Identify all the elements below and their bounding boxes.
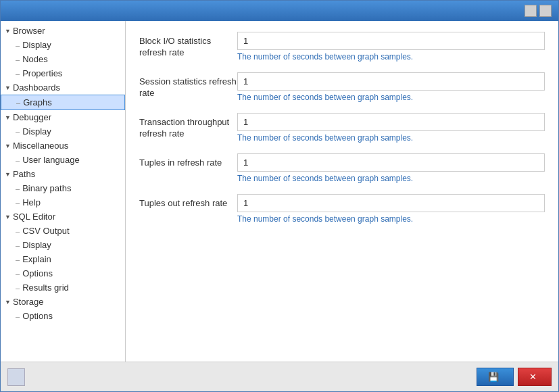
dash-icon: –	[16, 199, 20, 207]
input-transaction-throughput[interactable]	[237, 113, 545, 131]
sidebar-item-options1[interactable]: –Options	[1, 266, 125, 280]
sidebar-item-label: Browser	[13, 26, 45, 36]
triangle-icon: ▼	[5, 299, 11, 305]
sidebar-item-graphs[interactable]: –Graphs	[1, 95, 125, 110]
sidebar-item-resultsgrid[interactable]: –Results grid	[1, 280, 125, 295]
input-block-io[interactable]	[237, 32, 545, 50]
form-row-tuples-out: Tuples out refresh rateThe number of sec…	[139, 194, 545, 230]
dash-icon: –	[16, 312, 20, 320]
sidebar-item-label: Debugger	[13, 112, 51, 122]
titlebar-buttons	[525, 5, 552, 17]
sidebar-item-display1[interactable]: –Display	[1, 38, 125, 52]
main-panel: Block I/O statistics refresh rateThe num…	[126, 21, 558, 362]
hint-session-stats: The number of seconds between graph samp…	[237, 93, 545, 102]
sidebar-item-label: Display	[22, 126, 51, 137]
sidebar-item-paths[interactable]: ▼Paths	[1, 167, 125, 181]
ok-button[interactable]: 💾	[477, 368, 514, 386]
sidebar-item-label: User language	[22, 155, 80, 165]
form-row-transaction-throughput: Transaction throughput refresh rateThe n…	[139, 113, 545, 149]
form-field-tuples-in: The number of seconds between graph samp…	[237, 153, 545, 190]
triangle-icon: ▼	[5, 214, 11, 220]
form-field-block-io: The number of seconds between graph samp…	[237, 32, 545, 68]
sidebar-item-label: Options	[22, 311, 53, 321]
sidebar-item-explain[interactable]: –Explain	[1, 252, 125, 266]
sidebar-item-miscellaneous[interactable]: ▼Miscellaneous	[1, 139, 125, 153]
sidebar-item-binarypaths[interactable]: –Binary paths	[1, 181, 125, 195]
sidebar-item-label: Miscellaneous	[13, 141, 68, 151]
sidebar-item-properties[interactable]: –Properties	[1, 66, 125, 80]
input-tuples-in[interactable]	[237, 153, 545, 172]
hint-block-io: The number of seconds between graph samp…	[237, 52, 545, 62]
sidebar-item-nodes[interactable]: –Nodes	[1, 52, 125, 66]
sidebar-item-label: Nodes	[22, 54, 48, 64]
dash-icon: –	[16, 41, 20, 49]
form-row-tuples-in: Tuples in refresh rateThe number of seco…	[139, 153, 545, 190]
dash-icon: –	[16, 99, 20, 107]
content-area: ▼Browser–Display–Nodes–Properties▼Dashbo…	[1, 21, 558, 362]
hint-tuples-out: The number of seconds between graph samp…	[237, 214, 545, 224]
sidebar-item-label: Storage	[13, 297, 44, 307]
dash-icon: –	[16, 241, 20, 249]
sidebar-item-help[interactable]: –Help	[1, 195, 125, 210]
footer: 💾 ✕	[1, 362, 558, 391]
sidebar-item-dashboards[interactable]: ▼Dashboards	[1, 80, 125, 95]
sidebar-item-browser[interactable]: ▼Browser	[1, 24, 125, 38]
input-session-stats[interactable]	[237, 72, 545, 91]
sidebar-item-label: Help	[22, 197, 41, 207]
sidebar-item-storage[interactable]: ▼Storage	[1, 295, 125, 309]
triangle-icon: ▼	[5, 84, 11, 91]
sidebar-item-label: Paths	[13, 169, 35, 179]
sidebar-item-options2[interactable]: –Options	[1, 309, 125, 323]
titlebar	[1, 1, 558, 21]
sidebar-item-display3[interactable]: –Display	[1, 238, 125, 252]
form-field-tuples-out: The number of seconds between graph samp…	[237, 194, 545, 230]
form-row-session-stats: Session statistics refresh rateThe numbe…	[139, 72, 545, 109]
form-field-session-stats: The number of seconds between graph samp…	[237, 72, 545, 109]
sidebar-item-label: Display	[22, 240, 51, 250]
maximize-button[interactable]	[525, 5, 537, 17]
triangle-icon: ▼	[5, 171, 11, 178]
sidebar-item-label: Graphs	[23, 97, 52, 107]
ok-icon: 💾	[488, 372, 499, 382]
sidebar-item-sqleditor[interactable]: ▼SQL Editor	[1, 210, 125, 224]
dash-icon: –	[16, 128, 20, 136]
dash-icon: –	[16, 227, 20, 235]
form-label-transaction-throughput: Transaction throughput refresh rate	[139, 113, 237, 140]
triangle-icon: ▼	[5, 114, 11, 121]
dash-icon: –	[16, 185, 20, 193]
hint-tuples-in: The number of seconds between graph samp…	[237, 174, 545, 183]
sidebar: ▼Browser–Display–Nodes–Properties▼Dashbo…	[1, 21, 126, 362]
sidebar-item-label: Dashboards	[13, 82, 60, 93]
form-label-tuples-out: Tuples out refresh rate	[139, 194, 237, 210]
sidebar-item-label: Properties	[22, 68, 62, 78]
hint-transaction-throughput: The number of seconds between graph samp…	[237, 133, 545, 143]
dash-icon: –	[16, 70, 20, 78]
sidebar-item-label: Explain	[22, 254, 51, 264]
dash-icon: –	[16, 255, 20, 264]
triangle-icon: ▼	[5, 143, 11, 149]
cancel-icon: ✕	[529, 372, 537, 382]
cancel-button[interactable]: ✕	[518, 368, 552, 386]
sidebar-item-label: Options	[22, 268, 53, 278]
dash-icon: –	[16, 156, 20, 164]
dash-icon: –	[16, 270, 20, 278]
dash-icon: –	[16, 55, 20, 64]
sidebar-item-display2[interactable]: –Display	[1, 124, 125, 139]
triangle-icon: ▼	[5, 28, 11, 34]
help-button[interactable]	[7, 368, 25, 386]
form-label-block-io: Block I/O statistics refresh rate	[139, 32, 237, 59]
sidebar-item-label: Results grid	[22, 283, 69, 293]
sidebar-item-csvoutput[interactable]: –CSV Output	[1, 224, 125, 238]
sidebar-item-label: Binary paths	[22, 183, 71, 193]
sidebar-item-debugger[interactable]: ▼Debugger	[1, 110, 125, 124]
input-tuples-out[interactable]	[237, 194, 545, 212]
close-button[interactable]	[539, 5, 552, 17]
sidebar-item-label: Display	[22, 40, 51, 50]
sidebar-item-userlanguage[interactable]: –User language	[1, 153, 125, 167]
form-field-transaction-throughput: The number of seconds between graph samp…	[237, 113, 545, 149]
footer-buttons: 💾 ✕	[477, 368, 552, 386]
sidebar-item-label: SQL Editor	[13, 212, 55, 222]
form-label-session-stats: Session statistics refresh rate	[139, 72, 237, 99]
preferences-window: ▼Browser–Display–Nodes–Properties▼Dashbo…	[0, 0, 559, 392]
form-row-block-io: Block I/O statistics refresh rateThe num…	[139, 32, 545, 68]
